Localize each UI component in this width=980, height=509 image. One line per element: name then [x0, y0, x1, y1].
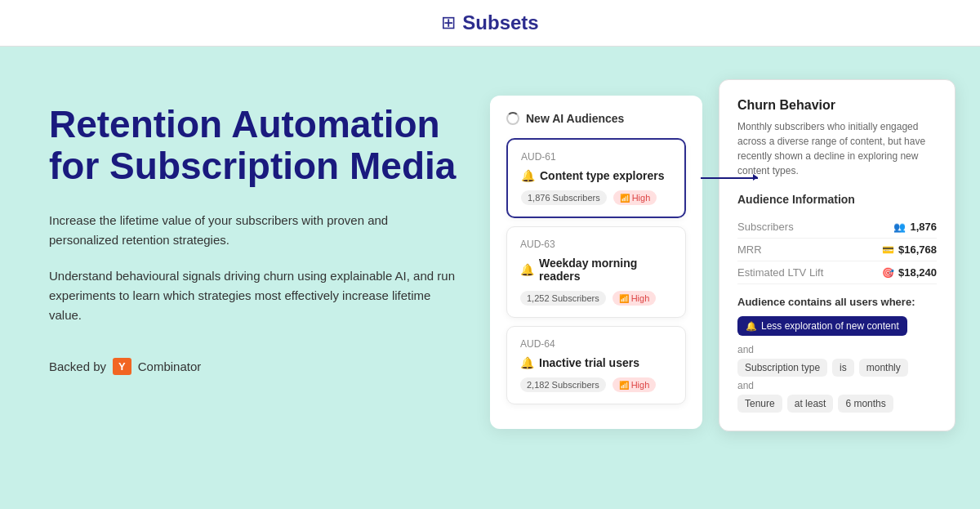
ltv-value: 🎯 $18,240 — [882, 266, 937, 279]
condition-row-3: Tenure at least 6 months — [737, 395, 937, 413]
mrr-icon: 💳 — [882, 244, 894, 256]
backed-by-label: Backed by — [49, 359, 106, 373]
audience-info-title: Audience Information — [737, 193, 937, 206]
right-section: New AI Audiences AUD-61 🔔 Content type e… — [490, 79, 931, 504]
info-row-ltv: Estimated LTV Lift 🎯 $18,240 — [737, 261, 937, 284]
page-header: ⊞ Subsets — [0, 0, 980, 47]
main-content: Retention Automation for Subscription Me… — [0, 47, 980, 504]
mrr-label: MRR — [737, 243, 762, 256]
combinator-label: Combinator — [138, 359, 202, 373]
aud-id-1: AUD-61 — [521, 151, 671, 163]
monthly-pill: monthly — [859, 359, 908, 377]
spinner-icon — [506, 112, 519, 125]
aud-badges-1: 1,876 Subscribers 📶 High — [521, 190, 671, 205]
logo: ⊞ Subsets — [441, 11, 538, 34]
aud-badges-3: 2,182 Subscribers 📶 High — [520, 377, 672, 392]
aud-name-3: 🔔 Inactive trial users — [520, 356, 672, 369]
and-text-2: and — [737, 380, 937, 391]
ltv-label: Estimated LTV Lift — [737, 266, 823, 279]
subscribers-value: 👥 1,876 — [893, 221, 937, 233]
audience-card-2[interactable]: AUD-63 🔔 Weekday morning readers 1,252 S… — [506, 226, 686, 318]
subscriber-badge-2: 1,252 Subscribers — [520, 291, 606, 306]
backed-by: Backed by Y Combinator — [49, 358, 457, 375]
churn-panel: Churn Behavior Monthly subscribers who i… — [719, 79, 956, 431]
aud-badges-2: 1,252 Subscribers 📶 High — [520, 291, 672, 306]
subscribers-label: Subscribers — [737, 221, 794, 233]
ai-panel: New AI Audiences AUD-61 🔔 Content type e… — [490, 96, 702, 429]
churn-title: Churn Behavior — [737, 98, 937, 113]
subtext-2: Understand behavioural signals driving c… — [49, 266, 457, 325]
subscribers-icon: 👥 — [893, 221, 906, 233]
connector-line — [701, 177, 758, 179]
inactive-trial-icon: 🔔 — [520, 356, 534, 369]
logo-text: Subsets — [462, 11, 538, 34]
subtext-1: Increase the lifetime value of your subs… — [49, 211, 457, 250]
aud-name-1: 🔔 Content type explorers — [521, 169, 671, 182]
ltv-icon: 🎯 — [882, 267, 894, 279]
audience-card-1[interactable]: AUD-61 🔔 Content type explorers 1,876 Su… — [506, 138, 686, 218]
aud-name-2: 🔔 Weekday morning readers — [520, 257, 672, 283]
headline-line1: Retention Automation — [49, 103, 440, 145]
tenure-pill: Tenure — [737, 395, 782, 413]
aud-id-3: AUD-64 — [520, 338, 672, 350]
risk-badge-1: 📶 High — [613, 190, 657, 205]
headline-line2: for Subscription Media — [49, 145, 456, 187]
mrr-value: 💳 $16,768 — [882, 243, 937, 256]
content-explorer-icon: 🔔 — [521, 169, 535, 182]
subscription-type-pill: Subscription type — [737, 359, 827, 377]
and-text-1: and — [737, 344, 937, 355]
is-pill: is — [832, 359, 854, 377]
subscriber-badge-1: 1,876 Subscribers — [521, 190, 607, 205]
audience-card-3[interactable]: AUD-64 🔔 Inactive trial users 2,182 Subs… — [506, 326, 686, 404]
subscriber-badge-3: 2,182 Subscribers — [520, 377, 606, 392]
aud-id-2: AUD-63 — [520, 239, 672, 250]
contains-title: Audience contains all users where: — [737, 296, 937, 308]
left-section: Retention Automation for Subscription Me… — [49, 79, 457, 504]
at-least-pill: at least — [787, 395, 834, 413]
churn-description: Monthly subscribers who initially engage… — [737, 119, 937, 178]
condition-icon-1: 🔔 — [746, 321, 757, 332]
info-row-subscribers: Subscribers 👥 1,876 — [737, 216, 937, 239]
risk-badge-3: 📶 High — [612, 377, 657, 392]
headline: Retention Automation for Subscription Me… — [49, 104, 457, 186]
wifi-icon-3: 📶 — [619, 381, 629, 390]
months-pill: 6 months — [838, 395, 893, 413]
ai-panel-header: New AI Audiences — [506, 112, 686, 125]
risk-badge-2: 📶 High — [612, 291, 657, 306]
morning-reader-icon: 🔔 — [520, 263, 534, 276]
wifi-icon-1: 📶 — [620, 194, 630, 203]
condition-row-2: Subscription type is monthly — [737, 359, 937, 377]
yc-badge: Y — [113, 358, 131, 375]
condition-text-1: Less exploration of new content — [761, 320, 899, 332]
info-row-mrr: MRR 💳 $16,768 — [737, 239, 937, 261]
logo-icon: ⊞ — [441, 12, 456, 33]
condition-tag-1: 🔔 Less exploration of new content — [737, 316, 907, 336]
wifi-icon-2: 📶 — [619, 294, 629, 303]
ai-panel-title: New AI Audiences — [526, 112, 624, 125]
